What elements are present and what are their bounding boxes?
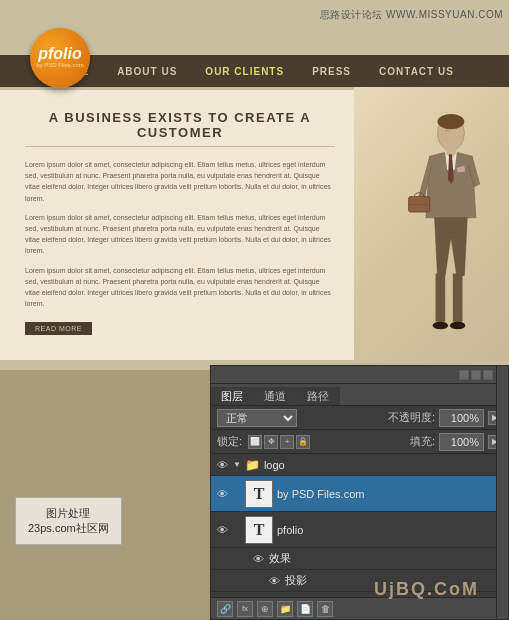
content-para-1: Lorem ipsum dolor sit amet, consectetur … — [25, 159, 335, 204]
svg-point-7 — [433, 322, 448, 330]
illustration-area — [354, 87, 509, 362]
lock-label: 锁定: — [217, 434, 242, 449]
content-para-2: Lorem ipsum dolor sit amet, consectetur … — [25, 212, 335, 257]
read-more-button[interactable]: READ MORE — [25, 322, 92, 335]
main-content: A BUSINESS EXISTS TO CREATE A CUSTOMER L… — [0, 90, 360, 360]
tab-channels[interactable]: 通道 — [254, 387, 297, 405]
lock-fill-row: 锁定: ⬜ ✥ + 🔒 填充: ▶ — [211, 430, 508, 454]
lock-lock-icon[interactable]: 🔒 — [296, 435, 310, 449]
ps-bottom-bar: 🔗 fx ⊕ 📁 📄 🗑 — [211, 597, 508, 619]
logo-main-text: pfolio — [38, 46, 82, 62]
sub-layer-name-effects: 效果 — [269, 551, 504, 566]
website-preview: 思路设计论坛 WWW.MISSYUAN.COM pfolio by PSD Fi… — [0, 0, 509, 370]
ps-scrollbar[interactable] — [496, 366, 508, 619]
eye-icon-byPSD[interactable]: 👁 — [215, 487, 229, 501]
fill-label: 填充: — [410, 434, 435, 449]
eye-icon-effects[interactable]: 👁 — [251, 552, 265, 566]
svg-rect-5 — [436, 274, 446, 322]
opacity-label: 不透明度: — [388, 410, 435, 425]
content-title: A BUSINESS EXISTS TO CREATE A CUSTOMER — [25, 110, 335, 147]
svg-rect-6 — [453, 274, 463, 322]
blend-mode-dropdown[interactable]: 正常 — [217, 409, 297, 427]
eye-icon-dropshadow[interactable]: 👁 — [267, 574, 281, 588]
tab-layers[interactable]: 图层 — [211, 387, 254, 405]
businessman-illustration — [399, 112, 499, 362]
opacity-input[interactable] — [439, 409, 484, 427]
watermark-line2: 23ps.com社区网 — [28, 521, 109, 536]
lock-position-icon[interactable]: ✥ — [264, 435, 278, 449]
ps-close-button[interactable] — [483, 370, 493, 380]
adjustment-icon[interactable]: ⊕ — [257, 601, 273, 617]
logo-sub-text: by PSD Files.com — [36, 62, 84, 69]
layer-row-pfolio[interactable]: 👁 T pfolio fx — [211, 512, 508, 548]
folder-new-icon[interactable]: 📁 — [277, 601, 293, 617]
logo-circle: pfolio by PSD Files.com — [30, 28, 90, 88]
lock-icons: ⬜ ✥ + 🔒 — [248, 435, 310, 449]
ps-top-bar — [211, 366, 508, 384]
layer-thumbnail-pfolio: T — [245, 516, 273, 544]
layer-thumbnail-byPSD: T — [245, 480, 273, 508]
blend-mode-row: 正常 不透明度: ▶ — [211, 406, 508, 430]
watermark-line1: 图片处理 — [28, 506, 109, 521]
new-layer-icon[interactable]: 📄 — [297, 601, 313, 617]
folder-icon-logo: 📁 — [245, 458, 260, 472]
fx-icon[interactable]: fx — [237, 601, 253, 617]
ps-maximize-button[interactable] — [471, 370, 481, 380]
layer-group-logo[interactable]: 👁 ▼ 📁 logo — [211, 454, 508, 476]
ps-tabs: 图层 通道 路径 — [211, 384, 508, 406]
svg-point-8 — [450, 322, 465, 330]
ps-minimize-button[interactable] — [459, 370, 469, 380]
nav-item-contact[interactable]: CONTACT US — [375, 64, 458, 79]
layer-name-pfolio: pfolio — [277, 524, 492, 536]
nav-items: HOME ABOUT US OUR CLIENTS PRESS CONTACT … — [51, 64, 458, 79]
nav-item-about[interactable]: ABOUT US — [113, 64, 181, 79]
fill-input[interactable] — [439, 433, 484, 451]
nav-item-clients[interactable]: OUR CLIENTS — [201, 64, 288, 79]
link-icon[interactable]: 🔗 — [217, 601, 233, 617]
content-para-3: Lorem ipsum dolor sit amet, consectetur … — [25, 265, 335, 310]
sub-layer-effects[interactable]: 👁 效果 — [211, 548, 508, 570]
layer-row-byPSD[interactable]: 👁 T by PSD Files.com — [211, 476, 508, 512]
tab-paths[interactable]: 路径 — [297, 387, 340, 405]
lock-pixels-icon[interactable]: ⬜ — [248, 435, 262, 449]
ujbq-watermark: UjBQ.CoM — [374, 579, 479, 600]
nav-item-press[interactable]: PRESS — [308, 64, 355, 79]
logo-area: pfolio by PSD Files.com — [30, 28, 90, 88]
delete-layer-icon[interactable]: 🗑 — [317, 601, 333, 617]
lock-all-icon[interactable]: + — [280, 435, 294, 449]
eye-icon-pfolio[interactable]: 👁 — [215, 523, 229, 537]
svg-point-1 — [437, 114, 464, 129]
layers-list: 👁 ▼ 📁 logo 👁 T by PSD Files.com 👁 T pfol… — [211, 454, 508, 597]
layer-name-logo: logo — [264, 459, 504, 471]
bottom-watermark-box: 图片处理 23ps.com社区网 — [15, 497, 122, 545]
layer-name-byPSD: by PSD Files.com — [277, 488, 504, 500]
eye-icon-logo[interactable]: 👁 — [215, 458, 229, 472]
expand-icon-logo[interactable]: ▼ — [233, 460, 241, 469]
top-watermark: 思路设计论坛 WWW.MISSYUAN.COM — [320, 8, 503, 22]
